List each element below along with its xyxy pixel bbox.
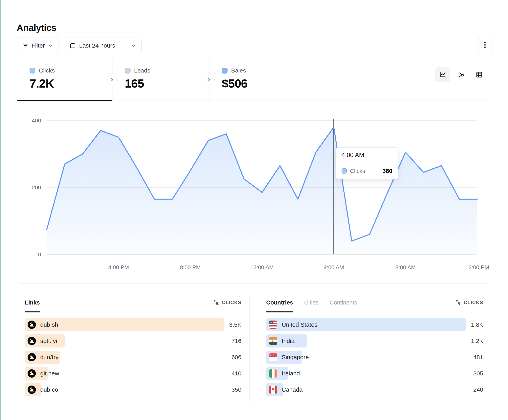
table-icon[interactable] [472,67,487,82]
date-range-label: Last 24 hours [79,42,115,49]
dub-logo-icon [28,353,36,361]
list-item[interactable]: Singapore481 [266,351,483,364]
us-flag-icon [269,320,277,329]
svg-text:200: 200 [32,184,41,191]
analytics-page: Analytics Filter Last 24 hours Clicks 7.… [0,0,508,420]
filter-button-label: Filter [31,42,45,49]
chevron-right-icon [207,77,211,82]
links-panel: Links CLICKS dub.sh3.5Kspti.fyi716d.to/t… [17,293,250,404]
tab-leads[interactable]: Leads 165 [112,59,209,101]
list-item-label: Singapore [282,354,309,361]
tab-continents[interactable]: Continents [330,293,357,312]
singapore-flag-icon [269,353,277,361]
svg-text:8:00 AM: 8:00 AM [395,264,416,270]
geo-metric-label: CLICKS [464,300,483,305]
svg-text:400: 400 [32,117,41,124]
svg-text:4:00 PM: 4:00 PM [108,264,129,270]
funnel-chart-icon[interactable] [454,67,469,82]
list-item[interactable]: dub.co350 [25,383,241,396]
countries-panel: CountriesCitiesContinents CLICKS United … [258,293,491,404]
list-item[interactable]: Canada240 [266,383,483,396]
tooltip-time: 4:00 AM [336,148,398,163]
list-item-value: 1.8K [471,321,483,328]
tab-countries[interactable]: Countries [266,293,293,312]
list-item-value: 410 [232,370,241,377]
analytics-card: Clicks 7.2K Leads 165 [17,59,491,284]
tooltip-value: 380 [382,168,392,174]
list-item-value: 606 [232,354,241,361]
ireland-flag-icon [269,369,277,378]
tab-clicks[interactable]: Clicks 7.2K [17,59,112,101]
list-item-label: Canada [282,386,302,393]
india-flag-icon [269,337,277,345]
list-item-label: India [282,338,295,344]
svg-text:12:00 AM: 12:00 AM [250,264,274,270]
page-title: Analytics [17,22,56,33]
clicks-tab-value: 7.2K [30,77,112,90]
svg-text:0: 0 [38,251,41,258]
stats-tabs-row: Clicks 7.2K Leads 165 [17,59,491,101]
calendar-icon [70,42,76,49]
filter-button[interactable]: Filter [17,37,59,54]
list-item-label: spti.fyi [40,338,57,344]
tab-label: Continents [330,299,357,306]
links-list: dub.sh3.5Kspti.fyi716d.to/try606git.new4… [17,312,249,396]
leads-tab-label: Leads [134,67,150,74]
tab-label: Countries [266,299,293,306]
tab-cities[interactable]: Cities [304,293,319,312]
dub-logo-icon [28,369,36,378]
list-item-label: United States [282,321,317,328]
list-item-label: git.new [40,370,59,377]
tooltip-series-swatch [342,168,347,174]
canada-flag-icon [269,385,277,394]
clicks-time-series-chart[interactable]: 02004004:00 PM8:00 PM12:00 AM4:00 AM8:00… [17,101,492,284]
list-item[interactable]: spti.fyi716 [25,334,241,348]
list-item-value: 1.2K [471,338,483,344]
list-item[interactable]: United States1.8K [266,318,483,331]
expand-leads-button[interactable] [106,74,118,85]
list-item-label: dub.sh [40,321,58,328]
tab-label: Cities [304,299,319,306]
links-metric-selector[interactable]: CLICKS [214,300,241,305]
tooltip-series-label: Clicks [350,168,365,174]
geo-tabs: CountriesCitiesContinents [266,293,357,312]
line-chart-icon[interactable] [435,67,450,82]
expand-sales-button[interactable] [203,74,215,85]
countries-list: United States1.8KIndia1.2KSingapore481Ir… [258,312,491,396]
chart-type-switcher [435,67,487,82]
list-item-label: Ireland [282,370,300,377]
svg-text:4:00 AM: 4:00 AM [323,264,344,270]
date-range-button[interactable]: Last 24 hours [64,37,142,54]
links-metric-label: CLICKS [222,300,241,305]
list-item-label: dub.co [40,386,58,393]
clicks-legend-swatch [30,68,35,73]
kebab-menu-icon [482,41,488,49]
list-item[interactable]: dub.sh3.5K [25,318,241,331]
dub-logo-icon [28,320,36,329]
more-menu-button[interactable] [478,37,492,53]
geo-metric-selector[interactable]: CLICKS [456,300,483,305]
tab-links[interactable]: Links [25,293,40,312]
svg-text:8:00 PM: 8:00 PM [180,264,201,270]
sales-legend-swatch [222,68,228,73]
list-item[interactable]: Ireland305 [266,367,483,380]
filter-lines-icon [22,43,28,49]
leads-legend-swatch [125,68,131,73]
cursor-click-icon [214,300,220,305]
list-item[interactable]: git.new410 [25,367,241,380]
window-edge-accent [0,0,1,420]
list-item-value: 350 [232,386,241,393]
list-item[interactable]: d.to/try606 [25,351,241,364]
list-item-value: 716 [232,338,241,344]
clicks-tab-label: Clicks [39,67,55,74]
list-item-value: 240 [473,386,483,393]
list-item-value: 481 [473,354,483,361]
chart-tooltip: 4:00 AM Clicks 380 [336,147,398,179]
dub-logo-icon [28,385,36,394]
list-item[interactable]: India1.2K [266,334,483,348]
tab-sales[interactable]: Sales $506 [209,59,306,101]
list-item-value: 3.5K [229,321,241,328]
svg-text:12:00 PM: 12:00 PM [465,264,489,270]
list-item-label: d.to/try [40,354,59,361]
sales-tab-label: Sales [231,67,246,74]
